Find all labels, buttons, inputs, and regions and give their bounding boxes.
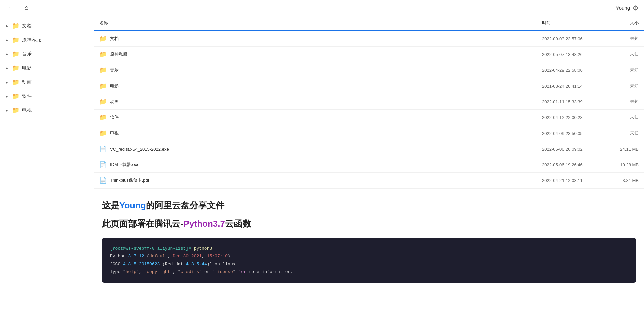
file-name: VC_redist.x64_2015-2022.exe <box>110 147 169 152</box>
sidebar-item-yinyue[interactable]: ► 📁 音乐 <box>0 47 94 61</box>
table-row[interactable]: 📁 电影 2021-08-24 20:41:14 未知 <box>94 78 644 94</box>
folder-icon: 📁 <box>99 51 107 58</box>
folder-icon: 📁 <box>12 22 19 30</box>
sidebar: ► 📁 文档 ► 📁 原神私服 ► 📁 音乐 ► 📁 电影 ► 📁 动画 ► 📁… <box>0 16 94 316</box>
table-row[interactable]: 📁 音乐 2022-04-29 22:58:06 未知 <box>94 62 644 78</box>
arrow-icon: ► <box>5 81 9 84</box>
title1-pre: 这是 <box>102 200 119 210</box>
col-size-header: 大小 <box>604 16 644 31</box>
terminal-block: [root@ws-svebff-0 aliyun-list]# python3 … <box>102 238 636 283</box>
header: ← ⌂ Young ⚙ <box>0 0 644 16</box>
folder-icon: 📁 <box>12 78 19 86</box>
file-name-cell: 📁 电影 <box>94 78 537 94</box>
table-row[interactable]: 📄 VC_redist.x64_2015-2022.exe 2022-05-06… <box>94 141 644 157</box>
table-row[interactable]: 📄 Thinkplus保修卡.pdf 2022-04-21 12:03:11 3… <box>94 173 644 189</box>
sidebar-item-wenjian[interactable]: ► 📁 文档 <box>0 19 94 33</box>
table-row[interactable]: 📁 文档 2022-09-03 23:57:06 未知 <box>94 31 644 47</box>
file-time-cell: 2022-04-29 22:58:06 <box>537 62 604 78</box>
file-name-cell: 📄 Thinkplus保修卡.pdf <box>94 173 537 189</box>
file-size-cell: 24.11 MB <box>604 141 644 157</box>
file-name: 动画 <box>110 99 119 105</box>
file-name: 文档 <box>110 36 119 42</box>
file-name: 软件 <box>110 114 119 120</box>
file-name-cell: 📁 文档 <box>94 31 537 47</box>
file-icon: 📄 <box>99 161 107 168</box>
terminal-line-3: [GCC 4.8.5 20150623 (Red Hat 4.8.5-44)] … <box>110 260 628 268</box>
file-time-cell: 2022-04-21 12:03:11 <box>537 173 604 189</box>
arrow-icon: ► <box>5 109 9 112</box>
terminal-line-1: [root@ws-svebff-0 aliyun-list]# python3 <box>110 245 628 252</box>
file-name: Thinkplus保修卡.pdf <box>110 177 149 183</box>
file-time-cell: 2022-05-07 13:48:26 <box>537 47 604 62</box>
file-size-cell: 未知 <box>604 110 644 125</box>
folder-icon: 📁 <box>99 129 107 137</box>
folder-icon: 📁 <box>12 36 19 44</box>
title1-highlight: Young <box>119 200 146 210</box>
table-row[interactable]: 📁 软件 2022-04-12 22:00:28 未知 <box>94 110 644 125</box>
sidebar-item-label: 电视 <box>22 107 32 113</box>
file-name-cell: 📄 VC_redist.x64_2015-2022.exe <box>94 141 537 157</box>
folder-icon: 📁 <box>99 98 107 105</box>
file-name: 电视 <box>110 130 119 136</box>
table-row[interactable]: 📄 IDM下载器.exe 2022-05-06 19:26:46 10.28 M… <box>94 157 644 173</box>
file-time-cell: 2022-01-11 15:33:39 <box>537 94 604 110</box>
file-time-cell: 2022-04-12 22:00:28 <box>537 110 604 125</box>
file-name-cell: 📄 IDM下载器.exe <box>94 157 537 173</box>
file-name-cell: 📁 音乐 <box>94 62 537 78</box>
desc-title-2: 此页面部署在腾讯云-Python3.7云函数 <box>102 218 636 230</box>
folder-icon: 📁 <box>99 114 107 121</box>
sidebar-item-ruanjian[interactable]: ► 📁 软件 <box>0 89 94 103</box>
file-size-cell: 未知 <box>604 31 644 47</box>
file-table: 名称 时间 大小 📁 文档 2022-09-03 23:57:06 未知 📁 原… <box>94 16 644 189</box>
folder-icon: 📁 <box>99 35 107 42</box>
col-time-header: 时间 <box>537 16 604 31</box>
folder-icon: 📁 <box>12 107 19 114</box>
file-size-cell: 未知 <box>604 78 644 94</box>
settings-icon[interactable]: ⚙ <box>633 4 639 12</box>
title2-post: 云函数 <box>225 219 251 229</box>
file-name: 原神私服 <box>110 51 127 57</box>
file-size-cell: 未知 <box>604 47 644 62</box>
description-section: 这是Young的阿里云盘分享文件 此页面部署在腾讯云-Python3.7云函数 … <box>94 189 644 291</box>
folder-icon: 📁 <box>99 66 107 74</box>
sidebar-item-dianshi[interactable]: ► 📁 电视 <box>0 103 94 117</box>
file-name: IDM下载器.exe <box>110 162 139 168</box>
header-user: Young ⚙ <box>616 4 639 12</box>
back-button[interactable]: ← <box>5 3 17 13</box>
sidebar-item-label: 动画 <box>22 79 32 85</box>
home-button[interactable]: ⌂ <box>22 3 31 13</box>
sidebar-item-dianying[interactable]: ► 📁 电影 <box>0 61 94 75</box>
folder-icon: 📁 <box>12 64 19 72</box>
sidebar-item-label: 电影 <box>22 65 32 71</box>
user-name: Young <box>616 5 630 11</box>
arrow-icon: ► <box>5 52 9 56</box>
arrow-icon: ► <box>5 24 9 28</box>
content: 名称 时间 大小 📁 文档 2022-09-03 23:57:06 未知 📁 原… <box>94 16 644 316</box>
table-row[interactable]: 📁 电视 2022-04-09 23:50:05 未知 <box>94 125 644 141</box>
file-time-cell: 2022-05-06 20:09:02 <box>537 141 604 157</box>
arrow-icon: ► <box>5 66 9 70</box>
file-name-cell: 📁 电视 <box>94 125 537 141</box>
sidebar-item-label: 音乐 <box>22 51 32 57</box>
terminal-line-4: Type "help", "copyright", "credits" or "… <box>110 268 628 276</box>
file-icon: 📄 <box>99 177 107 184</box>
sidebar-item-label: 原神私服 <box>22 37 41 43</box>
sidebar-item-yuanshen[interactable]: ► 📁 原神私服 <box>0 33 94 47</box>
file-time-cell: 2022-05-06 19:26:46 <box>537 157 604 173</box>
file-time-cell: 2022-04-09 23:50:05 <box>537 125 604 141</box>
header-nav: ← ⌂ <box>5 3 31 13</box>
sidebar-item-donghua[interactable]: ► 📁 动画 <box>0 75 94 89</box>
file-time-cell: 2022-09-03 23:57:06 <box>537 31 604 47</box>
arrow-icon: ► <box>5 38 9 42</box>
file-time-cell: 2021-08-24 20:41:14 <box>537 78 604 94</box>
file-size-cell: 3.81 MB <box>604 173 644 189</box>
file-name: 音乐 <box>110 67 119 73</box>
file-name-cell: 📁 动画 <box>94 94 537 110</box>
folder-icon: 📁 <box>99 82 107 90</box>
file-name-cell: 📁 原神私服 <box>94 47 537 62</box>
file-size-cell: 未知 <box>604 125 644 141</box>
main-layout: ► 📁 文档 ► 📁 原神私服 ► 📁 音乐 ► 📁 电影 ► 📁 动画 ► 📁… <box>0 16 644 316</box>
table-row[interactable]: 📁 原神私服 2022-05-07 13:48:26 未知 <box>94 47 644 62</box>
table-row[interactable]: 📁 动画 2022-01-11 15:33:39 未知 <box>94 94 644 110</box>
file-icon: 📄 <box>99 145 107 153</box>
